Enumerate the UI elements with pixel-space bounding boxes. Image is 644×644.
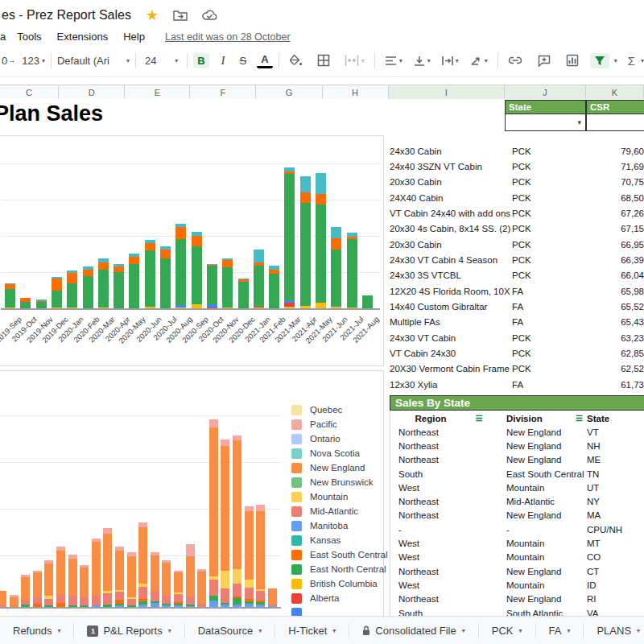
division-cell[interactable]: Mountain: [506, 539, 587, 548]
table-row[interactable]: SouthEast South CentralTN: [390, 467, 644, 481]
region-cell[interactable]: Northeast: [390, 594, 506, 604]
product-name-cell[interactable]: Multiple FAs: [390, 317, 512, 327]
product-price-cell[interactable]: 65,98: [578, 287, 644, 296]
state-cell[interactable]: UT: [587, 483, 644, 493]
state-cell[interactable]: ID: [587, 580, 644, 590]
insert-chart-button[interactable]: [562, 52, 583, 68]
csr-filter-cell[interactable]: [586, 114, 644, 131]
table-row[interactable]: NortheastNew EnglandCT: [390, 564, 644, 578]
monthly-sales-chart[interactable]: 2019-Sep2019-Oct2019-Nov2019-Dec2020-Jan…: [0, 135, 384, 366]
division-cell[interactable]: New England: [506, 427, 587, 437]
vertical-align-button[interactable]: ▾: [410, 54, 435, 68]
column-header-H[interactable]: H: [323, 85, 389, 100]
region-cell[interactable]: Northeast: [390, 427, 506, 437]
state-cell[interactable]: CT: [587, 567, 644, 576]
decrease-decimal-button[interactable]: 0→: [2, 55, 15, 67]
insert-comment-button[interactable]: [534, 53, 555, 68]
fill-color-button[interactable]: [285, 52, 307, 68]
functions-button[interactable]: Σ: [624, 52, 639, 69]
table-row[interactable]: NortheastNew EnglandME: [390, 453, 644, 467]
division-cell[interactable]: New England: [506, 567, 587, 576]
menu-item-help[interactable]: Help: [123, 31, 145, 43]
table-row[interactable]: 12X20 4S Florida Room, 10XFA65,98: [390, 283, 644, 299]
column-header-K[interactable]: K: [586, 85, 644, 100]
product-price-cell[interactable]: 67,26: [578, 208, 644, 218]
state-cell[interactable]: MT: [587, 539, 644, 548]
chevron-down-icon[interactable]: ▾: [168, 627, 171, 634]
sheet-tab-consolidated-file[interactable]: Consolidated File▾: [349, 617, 477, 644]
product-type-cell[interactable]: PCK: [512, 224, 578, 233]
product-price-cell[interactable]: 66,95: [578, 240, 644, 250]
table-row[interactable]: NortheastNew EnglandVT: [390, 425, 644, 439]
chevron-down-icon[interactable]: ▾: [57, 627, 60, 634]
product-price-cell[interactable]: 65,43: [578, 317, 644, 327]
table-row[interactable]: Multiple FAsFA65,43: [390, 315, 644, 330]
strikethrough-button[interactable]: S: [236, 53, 251, 68]
table-row[interactable]: NortheastNew EnglandNH: [390, 439, 644, 452]
table-row[interactable]: WestMountainMT: [390, 536, 644, 550]
region-cell[interactable]: Northeast: [390, 497, 506, 506]
product-type-cell[interactable]: FA: [512, 380, 578, 390]
state-cell[interactable]: ME: [587, 455, 644, 464]
region-cell[interactable]: West: [390, 552, 506, 562]
division-cell[interactable]: New England: [506, 455, 587, 464]
product-type-cell[interactable]: PCK: [512, 147, 578, 156]
text-color-button[interactable]: A: [257, 52, 272, 68]
sheet-tab-p-l-reports[interactable]: 1P&L Reports▾: [74, 617, 184, 644]
product-name-cell[interactable]: 20x30 Cabin: [390, 177, 512, 187]
merge-cells-button[interactable]: ▾: [341, 53, 369, 68]
product-type-cell[interactable]: FA: [512, 302, 578, 312]
region-cell[interactable]: Northeast: [390, 455, 506, 464]
table-row[interactable]: WestMountainUT: [390, 481, 644, 494]
sheet-tab-refunds[interactable]: Refunds▾: [0, 617, 73, 644]
column-header-E[interactable]: E: [125, 85, 190, 100]
product-type-cell[interactable]: FA: [512, 317, 578, 327]
product-type-cell[interactable]: PCK: [512, 333, 578, 343]
state-cell[interactable]: TN: [587, 469, 644, 479]
chevron-down-icon[interactable]: ▾: [637, 627, 640, 634]
column-header-F[interactable]: F: [190, 85, 256, 100]
product-type-cell[interactable]: FA: [512, 287, 578, 296]
insert-link-button[interactable]: [504, 55, 526, 66]
menu-item-extensions[interactable]: Extensions: [57, 31, 109, 43]
state-cell[interactable]: CO: [587, 552, 644, 562]
product-price-cell[interactable]: 67,15: [578, 224, 644, 233]
sheet-tab-plans[interactable]: PLANS▾: [584, 617, 644, 644]
move-folder-icon[interactable]: [173, 10, 188, 21]
column-header-J[interactable]: J: [505, 85, 586, 100]
document-title[interactable]: es - Prez Report Sales: [2, 8, 131, 23]
text-wrap-button[interactable]: ▾: [438, 54, 463, 68]
product-name-cell[interactable]: 20X30 Vermont Cabin Frame: [390, 364, 512, 374]
chevron-down-icon[interactable]: ▾: [518, 627, 522, 634]
menu-item-partial[interactable]: a: [0, 31, 6, 43]
table-row[interactable]: 14x40 Custom GibraltarFA65,52: [390, 299, 644, 314]
chevron-down-icon[interactable]: ▾: [462, 627, 465, 634]
product-price-cell[interactable]: 71,69: [578, 162, 644, 171]
filter-icon[interactable]: ☰: [576, 414, 582, 423]
product-type-cell[interactable]: PCK: [512, 255, 578, 265]
borders-button[interactable]: [313, 52, 334, 68]
division-cell[interactable]: Mid-Atlantic: [506, 497, 587, 506]
table-row[interactable]: WestMountainCO: [390, 551, 644, 564]
number-format-button[interactable]: 123▾: [22, 55, 45, 67]
table-row[interactable]: NortheastNew EnglandRI: [390, 592, 644, 606]
product-name-cell[interactable]: 14x40 Custom Gibraltar: [390, 302, 512, 312]
product-price-cell[interactable]: 62,52: [578, 364, 644, 374]
table-row[interactable]: 20x30 CabinPCK66,95: [390, 237, 644, 252]
state-cell[interactable]: MA: [587, 510, 644, 520]
table-row[interactable]: NortheastNew EnglandMA: [390, 509, 644, 522]
product-price-cell[interactable]: 70,75: [578, 177, 644, 187]
product-price-cell[interactable]: 62,85: [578, 349, 644, 358]
product-type-cell[interactable]: PCK: [512, 177, 578, 187]
product-price-cell[interactable]: 63,23: [578, 333, 644, 343]
product-name-cell[interactable]: 24X40 Cabin: [390, 193, 512, 203]
division-cell[interactable]: Mountain: [506, 580, 587, 590]
filter-views-caret[interactable]: ▾: [614, 57, 617, 64]
product-price-cell[interactable]: 66,39: [578, 255, 644, 265]
division-cell[interactable]: Mountain: [506, 552, 587, 562]
table-row[interactable]: 24X40 CabinPCK68,50: [390, 190, 644, 205]
last-edit-link[interactable]: Last edit was on 28 October: [165, 31, 291, 43]
product-name-cell[interactable]: 24x30 Cabin: [390, 147, 512, 156]
division-cell[interactable]: East South Central: [506, 469, 587, 479]
product-name-cell[interactable]: 12X20 4S Florida Room, 10X: [390, 287, 512, 296]
